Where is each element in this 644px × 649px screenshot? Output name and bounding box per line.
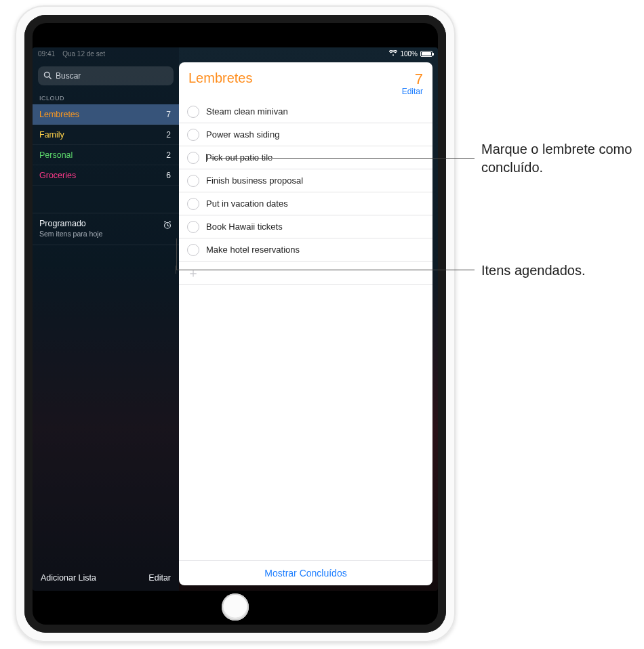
alarm-icon <box>163 220 172 230</box>
callout-mark-done: Marque o lembrete como concluído. <box>481 140 637 177</box>
add-list-button[interactable]: Adicionar Lista <box>41 573 96 583</box>
sidebar: Buscar ICLOUD Lembretes 7 Family 2 <box>33 47 179 591</box>
callout-leader <box>207 158 475 159</box>
search-placeholder: Buscar <box>56 71 81 81</box>
sidebar-item-family[interactable]: Family 2 <box>33 125 179 145</box>
panel-header: Lembretes 7 Editar <box>179 62 432 100</box>
callout-scheduled: Itens agendados. <box>481 261 585 280</box>
sidebar-item-count: 6 <box>166 171 171 180</box>
callout-leader <box>176 270 475 270</box>
list-item[interactable]: Power wash siding <box>179 123 432 146</box>
complete-toggle[interactable] <box>187 129 199 141</box>
complete-toggle[interactable] <box>187 221 199 233</box>
complete-toggle[interactable] <box>187 152 199 164</box>
reminders-count: 7 <box>402 70 423 88</box>
callout-leader-vert <box>176 243 177 270</box>
list-item[interactable]: Put in vacation dates <box>179 192 432 215</box>
reminder-text: Put in vacation dates <box>206 198 288 209</box>
sidebar-item-lembretes[interactable]: Lembretes 7 <box>33 104 179 125</box>
search-icon <box>43 71 52 81</box>
reminders-list: Steam clean minivan Power wash siding Pi… <box>179 100 432 560</box>
sidebar-item-label: Family <box>39 130 64 140</box>
list-item[interactable]: Make hotel reservations <box>179 238 432 261</box>
reminder-text: Make hotel reservations <box>206 245 300 255</box>
status-right: 100% <box>389 50 432 58</box>
reminder-text: Power wash siding <box>206 129 279 140</box>
complete-toggle[interactable] <box>187 244 199 256</box>
sidebar-item-groceries[interactable]: Groceries 6 <box>33 165 179 186</box>
reminders-panel: Lembretes 7 Editar Steam clean minivan <box>179 62 432 585</box>
home-button[interactable] <box>222 593 249 621</box>
sidebar-section-label: ICLOUD <box>33 92 179 104</box>
complete-toggle[interactable] <box>187 175 199 187</box>
sidebar-item-count: 7 <box>166 110 171 119</box>
ipad-frame: 09:41 Qua 12 de set 100% <box>15 5 456 642</box>
search-input[interactable]: Buscar <box>38 66 174 85</box>
complete-toggle[interactable] <box>187 106 199 118</box>
sidebar-item-label: Personal <box>39 150 73 160</box>
sidebar-item-label: Lembretes <box>39 110 79 119</box>
scheduled-title: Programado <box>39 219 102 228</box>
complete-toggle[interactable] <box>187 198 199 210</box>
wifi-icon <box>389 50 397 58</box>
edit-button[interactable]: Editar <box>402 87 423 96</box>
ipad-bezel: 09:41 Qua 12 de set 100% <box>24 15 446 633</box>
list-item[interactable]: Book Hawaii tickets <box>179 215 432 238</box>
sidebar-lists: Lembretes 7 Family 2 Personal 2 Grocer <box>33 104 179 186</box>
page-title: Lembretes <box>188 70 253 86</box>
sidebar-footer: Adicionar Lista Editar <box>33 566 179 591</box>
reminder-text: Steam clean minivan <box>206 106 288 117</box>
sidebar-item-personal[interactable]: Personal 2 <box>33 145 179 165</box>
sidebar-item-count: 2 <box>166 130 171 140</box>
list-item[interactable]: Steam clean minivan <box>179 100 432 123</box>
add-reminder-row[interactable]: ＋ <box>179 261 432 285</box>
sidebar-scheduled[interactable]: Programado Sem itens para hoje <box>33 213 179 245</box>
battery-icon <box>420 51 432 57</box>
svg-line-1 <box>49 77 51 79</box>
reminder-text: Book Hawaii tickets <box>206 222 283 232</box>
edit-lists-button[interactable]: Editar <box>148 573 171 583</box>
plus-icon: ＋ <box>187 265 199 281</box>
reminder-text: Finish business proposal <box>206 175 303 186</box>
list-item[interactable]: Finish business proposal <box>179 169 432 192</box>
sidebar-item-label: Groceries <box>39 171 76 180</box>
sidebar-item-count: 2 <box>166 150 171 160</box>
scheduled-subtitle: Sem itens para hoje <box>39 230 102 238</box>
battery-pct: 100% <box>400 50 418 58</box>
show-completed-button[interactable]: Mostrar Concluídos <box>179 560 432 585</box>
app-screen: 09:41 Qua 12 de set 100% <box>33 47 438 591</box>
